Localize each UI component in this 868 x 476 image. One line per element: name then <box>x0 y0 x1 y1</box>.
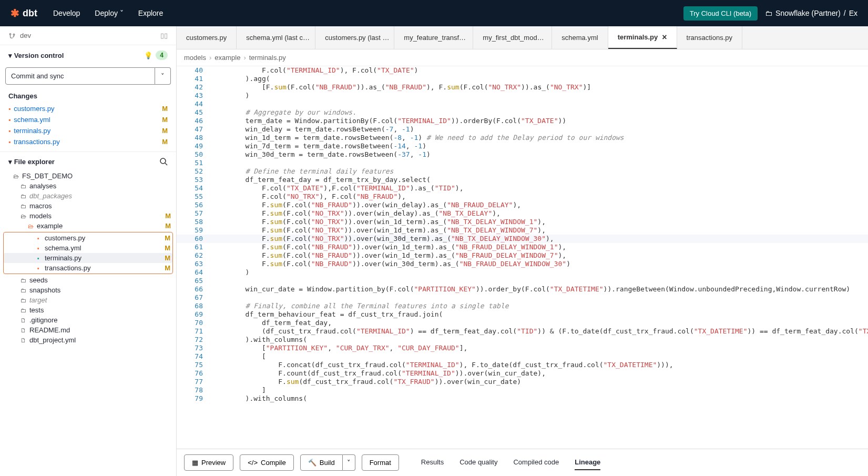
code-line[interactable]: 56 F.sum(F.col("NB_FRAUD")).over(win_del… <box>177 201 868 209</box>
tree-folder-seeds[interactable]: 🗀seeds <box>3 275 173 285</box>
nav-develop[interactable]: Develop <box>53 9 80 17</box>
tree-folder-example[interactable]: 🗁exampleM <box>3 221 173 231</box>
close-icon[interactable]: × <box>662 33 667 42</box>
code-line[interactable]: 48 win_1d_term = term_date.rowsBetween(-… <box>177 134 868 142</box>
build-dropdown[interactable]: ˅ <box>343 454 355 471</box>
compile-button[interactable]: </>Compile <box>240 454 293 471</box>
code-line[interactable]: 55 F.col("NO_TRX"), F.col("NB_FRAUD"), <box>177 193 868 201</box>
code-line[interactable]: 60 F.sum(F.col("NO_TRX")).over(win_30d_t… <box>177 235 868 243</box>
editor-tab[interactable]: schema.yml <box>552 26 608 49</box>
code-line[interactable]: 44 <box>177 100 868 108</box>
code-line[interactable]: 53 df_term_feat_day = df_term_trx_by_day… <box>177 176 868 184</box>
tree-file-dbt-project[interactable]: 🗋dbt_project.yml <box>3 335 173 345</box>
code-line[interactable]: 70 df_term_feat_day, <box>177 319 868 327</box>
commit-and-sync-button[interactable]: Commit and sync <box>5 67 155 85</box>
results-tab[interactable]: Results <box>421 455 444 470</box>
editor-tab[interactable]: schema.yml (last c… <box>237 26 315 49</box>
branch-selector[interactable]: dev ▯▯ <box>0 26 176 45</box>
code-line[interactable]: 57 F.sum(F.col("NO_TRX")).over(win_delay… <box>177 209 868 218</box>
change-item[interactable]: ▪schema.ymlM <box>4 114 172 125</box>
code-content: F.sum(F.col("NO_TRX")).over(win_1d_term)… <box>210 226 546 235</box>
tree-file-transactions[interactable]: ▪transactions.pyM <box>4 263 172 273</box>
code-line[interactable]: 67 <box>177 293 868 302</box>
compiled-code-tab[interactable]: Compiled code <box>513 455 559 470</box>
code-line[interactable]: 69 df_term_behaviour_feat = df_cust_trx_… <box>177 310 868 319</box>
code-line[interactable]: 49 win_7d_term = term_date.rowsBetween(-… <box>177 142 868 150</box>
code-line[interactable]: 50 win_30d_term = term_date.rowsBetween(… <box>177 150 868 159</box>
code-line[interactable]: 61 F.sum(F.col("NB_FRAUD")).over(win_1d_… <box>177 243 868 251</box>
tree-file-gitignore[interactable]: 🗋.gitignore <box>3 315 173 325</box>
panel-toggle-icon[interactable]: ▯▯ <box>160 32 168 39</box>
editor-tab[interactable]: my_first_dbt_mod… <box>473 26 552 49</box>
code-line[interactable]: 59 F.sum(F.col("NO_TRX")).over(win_1d_te… <box>177 226 868 235</box>
code-line[interactable]: 77 F.sum(df_cust_trx_fraud.col("TX_FRAUD… <box>177 378 868 386</box>
tree-folder-models[interactable]: 🗁modelsM <box>3 211 173 221</box>
code-line[interactable]: 65 <box>177 277 868 285</box>
breadcrumb-example[interactable]: example <box>215 54 240 62</box>
tree-folder-target[interactable]: 🗀target <box>3 295 173 305</box>
code-editor[interactable]: 40 F.col("TERMINAL_ID"), F.col("TX_DATE"… <box>177 66 868 449</box>
code-line[interactable]: 47 win_delay = term_date.rowsBetween(-7,… <box>177 125 868 134</box>
tree-folder-macros[interactable]: 🗀macros <box>3 201 173 211</box>
editor-tab[interactable]: customers.py (last … <box>315 26 394 49</box>
version-control-header[interactable]: ▾ Version control 💡 4 <box>0 45 176 65</box>
search-icon[interactable] <box>159 157 168 166</box>
lightbulb-icon[interactable]: 💡 <box>144 52 152 59</box>
code-line[interactable]: 51 <box>177 159 868 167</box>
logo[interactable]: ✱ dbt <box>11 7 37 19</box>
code-line[interactable]: 66 win_cur_date = Window.partition_by(F.… <box>177 285 868 293</box>
change-item[interactable]: ▪terminals.pyM <box>4 125 172 136</box>
tree-file-schema[interactable]: ▪schema.ymlM <box>4 243 172 253</box>
partner-badge[interactable]: 🗀 Snowflake (Partner) / Ex <box>765 9 857 17</box>
code-line[interactable]: 75 F.concat(df_cust_trx_fraud.col("TERMI… <box>177 361 868 369</box>
code-line[interactable]: 62 F.sum(F.col("NB_FRAUD")).over(win_1d_… <box>177 251 868 260</box>
file-explorer-header[interactable]: ▾ File explorer <box>0 151 176 171</box>
code-line[interactable]: 52 # Define the terminal daily features <box>177 167 868 176</box>
lineage-tab[interactable]: Lineage <box>575 455 600 470</box>
code-line[interactable]: 71 (df_cust_trx_fraud.col("TERMINAL_ID")… <box>177 327 868 336</box>
format-button[interactable]: Format <box>362 454 399 471</box>
code-line[interactable]: 76 F.count(df_cust_trx_fraud.col("TERMIN… <box>177 369 868 378</box>
code-quality-tab[interactable]: Code quality <box>459 455 497 470</box>
code-line[interactable]: 58 F.sum(F.col("NO_TRX")).over(win_1d_te… <box>177 218 868 226</box>
change-item[interactable]: ▪transactions.pyM <box>4 136 172 147</box>
tree-file-terminals[interactable]: ▪terminals.pyM <box>4 253 172 263</box>
nav-explore[interactable]: Explore <box>138 9 163 17</box>
tree-file-readme[interactable]: 🗋README.md <box>3 325 173 335</box>
code-line[interactable]: 41 ).agg( <box>177 75 868 83</box>
tree-folder-snapshots[interactable]: 🗀snapshots <box>3 285 173 295</box>
tree-file-customers[interactable]: ▪customers.pyM <box>4 233 172 243</box>
tree-folder-dbt-packages[interactable]: 🗀dbt_packages <box>3 191 173 201</box>
code-line[interactable]: 40 F.col("TERMINAL_ID"), F.col("TX_DATE"… <box>177 66 868 75</box>
change-item[interactable]: ▪customers.pyM <box>4 103 172 114</box>
code-line[interactable]: 72 ).with_columns( <box>177 336 868 344</box>
code-line[interactable]: 54 F.col("TX_DATE"),F.col("TERMINAL_ID")… <box>177 184 868 193</box>
editor-tab[interactable]: customers.py <box>177 26 237 49</box>
code-line[interactable]: 46 term_date = Window.partitionBy(F.col(… <box>177 117 868 125</box>
preview-button[interactable]: ▦Preview <box>184 454 233 471</box>
code-content: (df_cust_trx_fraud.col("TERMINAL_ID") ==… <box>210 327 868 336</box>
breadcrumb-models[interactable]: models <box>184 54 206 62</box>
editor-tab[interactable]: transactions.py <box>677 26 742 49</box>
code-line[interactable]: 45 # Aggregate by our windows. <box>177 108 868 117</box>
code-line[interactable]: 73 ["PARTITION_KEY", "CUR_DAY_TRX", "CUR… <box>177 344 868 352</box>
code-line[interactable]: 78 ] <box>177 386 868 394</box>
code-line[interactable]: 43 ) <box>177 92 868 100</box>
nav-deploy[interactable]: Deploy ˅ <box>95 9 123 17</box>
commit-dropdown[interactable]: ˅ <box>155 67 171 85</box>
code-line[interactable]: 42 [F.sum(F.col("NB_FRAUD")).as_("NB_FRA… <box>177 83 868 92</box>
tree-folder-tests[interactable]: 🗀tests <box>3 305 173 315</box>
breadcrumb-file[interactable]: terminals.py <box>249 54 286 62</box>
code-line[interactable]: 64 ) <box>177 268 868 277</box>
try-cloud-cli-button[interactable]: Try Cloud CLI (beta) <box>683 6 758 21</box>
editor-tab[interactable]: my_feature_transf… <box>394 26 473 49</box>
build-button[interactable]: 🔨Build <box>300 454 343 471</box>
tree-folder-analyses[interactable]: 🗀analyses <box>3 181 173 191</box>
code-line[interactable]: 74 [ <box>177 352 868 361</box>
tree-folder-root[interactable]: 🗁FS_DBT_DEMO <box>3 171 173 181</box>
editor-tab[interactable]: terminals.py× <box>608 26 677 49</box>
code-line[interactable]: 63 F.sum(F.col("NB_FRAUD")).over(win_30d… <box>177 260 868 268</box>
code-line[interactable]: 79 ).with_columns( <box>177 394 868 403</box>
code-line[interactable]: 68 # Finally, combine all the Terminal f… <box>177 302 868 310</box>
breadcrumb[interactable]: models › example › terminals.py <box>177 49 868 66</box>
